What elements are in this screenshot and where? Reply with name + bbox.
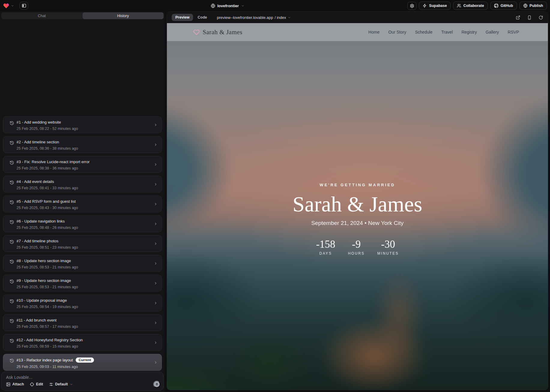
project-name: lovefrontier bbox=[217, 4, 239, 8]
preview-frame: Preview Code preview--lovefrontier.lovab… bbox=[167, 11, 548, 390]
github-button[interactable]: GitHub bbox=[490, 1, 517, 10]
history-icon bbox=[10, 279, 14, 284]
history-item-8[interactable]: #8 - Update hero section image 25 Feb 20… bbox=[3, 255, 162, 272]
mobile-view-icon[interactable] bbox=[527, 15, 532, 20]
history-item-time: 25 Feb 2025, 08:53 - 21 minutes ago bbox=[17, 265, 151, 269]
refresh-icon[interactable] bbox=[539, 15, 543, 20]
chevron-right-icon bbox=[154, 341, 158, 345]
history-item-time: 25 Feb 2025, 08:54 - 19 minutes ago bbox=[17, 305, 151, 309]
history-item-7[interactable]: #7 - Add timeline photos 25 Feb 2025, 08… bbox=[3, 235, 162, 252]
supabase-button[interactable]: Supabase bbox=[419, 1, 451, 10]
history-list: #1 - Add wedding website 25 Feb 2025, 08… bbox=[3, 116, 162, 374]
chevron-down-icon bbox=[241, 4, 244, 7]
attach-label: Attach bbox=[12, 382, 24, 386]
history-icon bbox=[10, 339, 14, 343]
chevron-down-icon[interactable] bbox=[11, 4, 14, 7]
history-item-title: #8 - Update hero section image bbox=[17, 259, 151, 263]
panel-left-icon bbox=[22, 3, 26, 8]
history-item-11[interactable]: #11 - Add brunch event 25 Feb 2025, 08:5… bbox=[3, 314, 162, 331]
collaborate-label: Collaborate bbox=[463, 4, 484, 8]
history-item-6[interactable]: #6 - Update navigation links 25 Feb 2025… bbox=[3, 215, 162, 232]
history-icon bbox=[10, 141, 14, 145]
chevron-right-icon bbox=[154, 361, 158, 364]
chevron-right-icon bbox=[154, 301, 158, 305]
prompt-composer: Attach Edit Default bbox=[1, 372, 164, 391]
preview-chrome-bar: Preview Code preview--lovefrontier.lovab… bbox=[167, 12, 548, 23]
history-item-time: 25 Feb 2025, 08:53 - 21 minutes ago bbox=[17, 285, 151, 289]
send-button[interactable] bbox=[153, 381, 160, 388]
countdown-hours-label: HOURS bbox=[347, 251, 366, 256]
history-item-12[interactable]: #12 - Add Honeyfund Registry Section 25 … bbox=[3, 334, 162, 351]
history-item-title-text: #13 - Refactor index page layout bbox=[17, 358, 73, 362]
project-switcher[interactable]: lovefrontier bbox=[211, 0, 244, 11]
history-icon bbox=[10, 358, 14, 363]
composer-toolbar: Attach Edit Default bbox=[6, 381, 160, 388]
history-item-1[interactable]: #1 - Add wedding website 25 Feb 2025, 08… bbox=[3, 116, 162, 133]
history-item-time: 25 Feb 2025, 08:41 - 33 minutes ago bbox=[17, 186, 151, 190]
chevron-right-icon bbox=[154, 182, 158, 186]
supabase-bolt-icon bbox=[423, 4, 427, 8]
chevron-right-icon bbox=[154, 143, 158, 147]
chevron-right-icon bbox=[154, 242, 158, 246]
chevron-right-icon bbox=[154, 281, 158, 285]
history-item-time: 25 Feb 2025, 08:22 - 52 minutes ago bbox=[17, 127, 151, 131]
history-item-title: #6 - Update navigation links bbox=[17, 219, 151, 223]
collaborate-button[interactable]: Collaborate bbox=[453, 1, 488, 10]
history-item-2[interactable]: #2 - Add timeline section 25 Feb 2025, 0… bbox=[3, 136, 162, 153]
history-item-3[interactable]: #3 - Fix: Resolve Lucide-react import er… bbox=[3, 156, 162, 173]
ask-lovable-input[interactable] bbox=[6, 375, 151, 380]
edit-label: Edit bbox=[36, 382, 43, 386]
edit-button[interactable]: Edit bbox=[30, 382, 43, 387]
sidebar-toggle-button[interactable] bbox=[20, 2, 28, 10]
history-icon bbox=[10, 319, 14, 323]
sliders-icon bbox=[49, 382, 53, 387]
tab-code[interactable]: Code bbox=[198, 15, 207, 19]
wedding-site-preview: Sarah & James Home Our Story Schedule Tr… bbox=[167, 23, 548, 390]
history-item-10[interactable]: #10 - Update proposal image 25 Feb 2025,… bbox=[3, 295, 162, 311]
history-item-time: 25 Feb 2025, 08:36 - 38 minutes ago bbox=[17, 146, 151, 151]
chevron-right-icon bbox=[154, 222, 158, 226]
attach-button[interactable]: Attach bbox=[6, 382, 24, 387]
chevron-right-icon bbox=[154, 262, 158, 265]
tab-history[interactable]: History bbox=[83, 12, 164, 19]
image-icon bbox=[6, 382, 11, 387]
mode-select[interactable]: Default bbox=[49, 382, 73, 387]
history-item-title: #7 - Add timeline photos bbox=[17, 239, 151, 243]
gear-icon bbox=[410, 4, 414, 8]
history-item-4[interactable]: #4 - Add event details 25 Feb 2025, 08:4… bbox=[3, 176, 162, 193]
history-item-time: 25 Feb 2025, 08:48 - 26 minutes ago bbox=[17, 226, 151, 230]
history-item-title: #10 - Update proposal image bbox=[17, 298, 151, 303]
preview-url-path: / index bbox=[275, 15, 286, 20]
publish-button[interactable]: Publish bbox=[519, 1, 547, 10]
history-item-13-current[interactable]: #13 - Refactor index page layoutCurrent … bbox=[3, 354, 162, 371]
history-item-title: #5 - Add RSVP form and guest list bbox=[17, 199, 151, 204]
countdown-minutes-value: -30 bbox=[377, 238, 399, 250]
tab-preview[interactable]: Preview bbox=[172, 14, 193, 21]
preview-chrome-actions bbox=[516, 15, 543, 20]
settings-button[interactable] bbox=[407, 2, 416, 10]
hero-section: WE'RE GETTING MARRIED Sarah & James Sept… bbox=[167, 23, 548, 390]
countdown-days-label: DAYS bbox=[316, 251, 335, 256]
history-item-time: 25 Feb 2025, 09:03 - 11 minutes ago bbox=[17, 365, 151, 369]
history-icon bbox=[10, 240, 14, 244]
preview-url[interactable]: preview--lovefrontier.lovable.app / inde… bbox=[217, 15, 291, 20]
open-external-icon[interactable] bbox=[516, 15, 520, 20]
history-item-9[interactable]: #9 - Update hero section image 25 Feb 20… bbox=[3, 275, 162, 292]
github-icon bbox=[494, 4, 498, 8]
history-item-5[interactable]: #5 - Add RSVP form and guest list 25 Feb… bbox=[3, 196, 162, 212]
history-item-title: #3 - Fix: Resolve Lucide-react import er… bbox=[17, 160, 151, 164]
chevron-right-icon bbox=[154, 202, 158, 206]
app-top-bar: lovefrontier Supabase Collaborate GitHub… bbox=[0, 0, 550, 11]
current-badge: Current bbox=[76, 358, 94, 363]
history-icon bbox=[10, 259, 14, 264]
history-item-title: #1 - Add wedding website bbox=[17, 120, 151, 124]
lovable-logo-icon[interactable] bbox=[3, 3, 9, 9]
countdown-minutes-label: MINUTES bbox=[377, 251, 399, 256]
top-bar-actions: Supabase Collaborate GitHub Publish bbox=[407, 1, 547, 10]
tab-chat[interactable]: Chat bbox=[1, 12, 83, 19]
history-icon bbox=[10, 220, 14, 224]
mode-label: Default bbox=[55, 382, 68, 386]
history-icon bbox=[10, 180, 14, 185]
countdown-minutes: -30 MINUTES bbox=[377, 238, 399, 256]
history-icon bbox=[10, 121, 14, 125]
